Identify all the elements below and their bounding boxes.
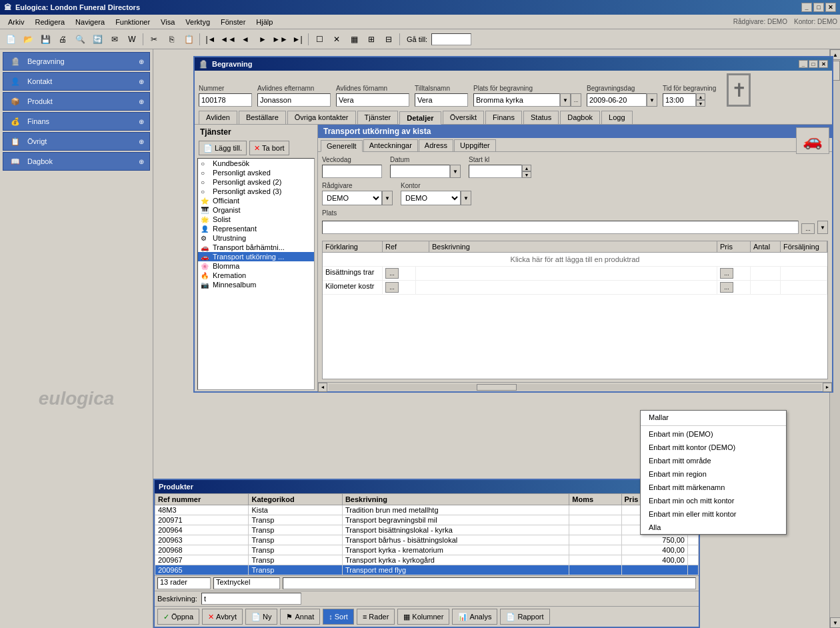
word-btn[interactable]: W [124, 32, 140, 47]
veckodag-input[interactable] [322, 165, 382, 178]
plats-transport-dropdown[interactable]: ▼ [817, 221, 828, 234]
dag-dropdown-btn[interactable]: ▼ [647, 93, 657, 107]
maximize-btn[interactable]: □ [813, 3, 824, 12]
efternam-input[interactable] [257, 93, 331, 107]
radgivare-select[interactable]: DEMO [322, 191, 382, 205]
sidebar-item-produkt[interactable]: 📦 Produkt ⊕ [3, 92, 150, 111]
search-btn[interactable]: ⊟ [381, 32, 397, 47]
menu-alla[interactable]: Alla [641, 521, 786, 534]
datum-input[interactable] [390, 165, 450, 178]
service-personligt3[interactable]: ○ Personligt avsked (3) [198, 187, 314, 196]
tab-ovriga[interactable]: Övriga kontakter [287, 111, 356, 124]
scroll-down[interactable]: ▼ [830, 617, 840, 628]
menu-enbart-min-region[interactable]: Enbart min region [641, 467, 786, 481]
expand-finans[interactable]: ⊕ [139, 118, 144, 125]
ny-btn[interactable]: 📄 Ny [245, 609, 277, 625]
oppna-btn[interactable]: ✓ Öppna [157, 609, 199, 625]
kontor-dropdown-btn[interactable]: ▼ [461, 191, 471, 205]
sidebar-item-finans[interactable]: 💰 Finans ⊕ [3, 112, 150, 131]
first-btn[interactable]: |◄ [203, 32, 219, 47]
menu-mallar[interactable]: Mallar [641, 411, 786, 424]
filter-btn[interactable]: ⊞ [363, 32, 379, 47]
service-kremation[interactable]: 🔥 Kremation [198, 271, 314, 280]
expand-ovrigt[interactable]: ⊕ [139, 138, 144, 145]
search-input[interactable] [201, 593, 301, 605]
preview-btn[interactable]: 🔍 [72, 32, 88, 47]
sidebar-item-ovrigt[interactable]: 📋 Övrigt ⊕ [3, 132, 150, 151]
sort-btn[interactable]: ↕ Sort [323, 609, 354, 625]
ta-bort-btn[interactable]: ✕ Ta bort [249, 141, 289, 155]
copy-btn[interactable]: ⎘ [163, 32, 179, 47]
beg-maximize[interactable]: □ [809, 60, 818, 68]
open-btn[interactable]: 📂 [20, 32, 36, 47]
avbryt-btn[interactable]: ✕ Avbryt [202, 609, 243, 625]
subtab-generellt[interactable]: Generellt [321, 140, 363, 152]
service-organist[interactable]: 🎹 Organist [198, 205, 314, 215]
kolumner-btn[interactable]: ▦ Kolumner [397, 609, 449, 625]
service-barhamt[interactable]: 🚗 Transport bårhämtni... [198, 243, 314, 252]
sidebar-item-kontakt[interactable]: 👤 Kontakt ⊕ [3, 72, 150, 91]
service-utrustning[interactable]: ⚙ Utrustning [198, 233, 314, 243]
horiz-scroll-thumb[interactable] [477, 384, 517, 391]
prev-btn[interactable]: ◄◄ [220, 32, 236, 47]
tab-logg[interactable]: Logg [601, 111, 632, 124]
plats-ellipsis-btn[interactable]: ... [801, 223, 815, 234]
tab-oversikt[interactable]: Översikt [443, 111, 484, 124]
expand-begravning[interactable]: ⊕ [139, 58, 144, 65]
tid-down[interactable]: ▼ [696, 100, 705, 107]
save-btn[interactable]: 💾 [37, 32, 53, 47]
menu-fonster[interactable]: Fönster [215, 17, 251, 27]
tid-up[interactable]: ▲ [696, 93, 705, 100]
plats-transport-input[interactable] [322, 221, 799, 234]
prod-row-1[interactable]: 200971 Transp Transport begravningsbil m… [155, 515, 699, 525]
service-personligt2[interactable]: ○ Personligt avsked (2) [198, 177, 314, 187]
sidebar-item-dagbok[interactable]: 📖 Dagbok ⊕ [3, 152, 150, 171]
lagg-till-btn[interactable]: 📄 Lägg till. [199, 141, 247, 155]
radgivare-dropdown-btn[interactable]: ▼ [382, 191, 393, 205]
menu-enbart-min-och[interactable]: Enbart min och mitt kontor [641, 494, 786, 507]
menu-verktyg[interactable]: Verktyg [180, 17, 215, 27]
close-btn[interactable]: ✕ [825, 3, 836, 12]
menu-enbart-mitt-omrade[interactable]: Enbart mitt område [641, 454, 786, 467]
plats-dropdown-btn[interactable]: ▼ [560, 93, 571, 107]
row2-ref-btn[interactable]: ... [385, 282, 399, 293]
menu-navigera[interactable]: Navigera [70, 17, 110, 27]
scroll-right[interactable]: ► [823, 383, 832, 392]
start-kl-down[interactable]: ▼ [522, 171, 531, 178]
new-btn[interactable]: 📄 [3, 32, 19, 47]
add-btn[interactable]: ☐ [311, 32, 327, 47]
cut-btn[interactable]: ✂ [146, 32, 162, 47]
menu-hjalp[interactable]: Hjälp [251, 17, 278, 27]
tab-finans[interactable]: Finans [485, 111, 522, 124]
next-btn[interactable]: ►► [272, 32, 288, 47]
menu-enbart-min-eller[interactable]: Enbart min eller mitt kontor [641, 507, 786, 521]
fornam-input[interactable] [336, 93, 409, 107]
prod-row-0[interactable]: 48M3 Kista Tradition brun med metallhtg … [155, 505, 699, 515]
dag-input[interactable] [587, 93, 647, 107]
menu-enbart-marke[interactable]: Enbart mitt märkenamn [641, 481, 786, 494]
tab-detaljer[interactable]: Detaljer [399, 111, 441, 125]
analys-btn[interactable]: 📊 Analys [452, 609, 497, 625]
row1-ref-btn[interactable]: ... [385, 268, 399, 279]
plats-input[interactable] [473, 93, 560, 107]
annat-btn[interactable]: ⚑ Annat [280, 609, 320, 625]
tilltal-input[interactable] [415, 93, 468, 107]
product-table-placeholder[interactable]: Klicka här för att lägga till en produkt… [323, 253, 827, 267]
email-btn[interactable]: ✉ [107, 32, 123, 47]
beg-close[interactable]: ✕ [819, 60, 828, 68]
datum-dropdown-btn[interactable]: ▼ [450, 165, 461, 178]
expand-kontakt[interactable]: ⊕ [139, 78, 144, 85]
service-minnesalbum[interactable]: 📷 Minnesalbum [198, 280, 314, 289]
service-personligt1[interactable]: ○ Personligt avsked [198, 168, 314, 177]
nummer-input[interactable] [199, 93, 252, 107]
delete-btn[interactable]: ✕ [329, 32, 345, 47]
rader-btn[interactable]: ≡ Rader [357, 609, 395, 625]
service-officiant[interactable]: ⭐ Officiant [198, 196, 314, 205]
tab-bestallare[interactable]: Beställare [239, 111, 286, 124]
tab-status[interactable]: Status [523, 111, 559, 124]
menu-funktioner[interactable]: Funktioner [110, 17, 155, 27]
kontor-select[interactable]: DEMO [401, 191, 461, 205]
forward-btn[interactable]: ► [255, 32, 271, 47]
expand-dagbok[interactable]: ⊕ [139, 158, 144, 165]
start-kl-up[interactable]: ▲ [522, 165, 531, 171]
